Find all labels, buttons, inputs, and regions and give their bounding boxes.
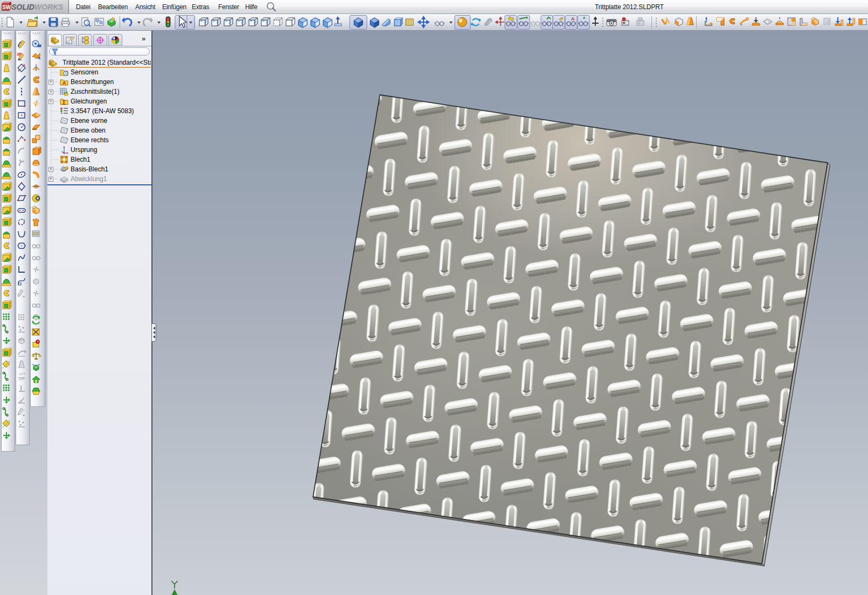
svg-text:*: * [583,16,586,22]
svg-text:A: A [63,80,66,86]
svg-text:A: A [571,16,575,22]
svg-text:SW: SW [2,4,11,10]
svg-text:Σ: Σ [63,100,66,106]
svg-text:SOLIDWORKS: SOLIDWORKS [11,3,64,11]
